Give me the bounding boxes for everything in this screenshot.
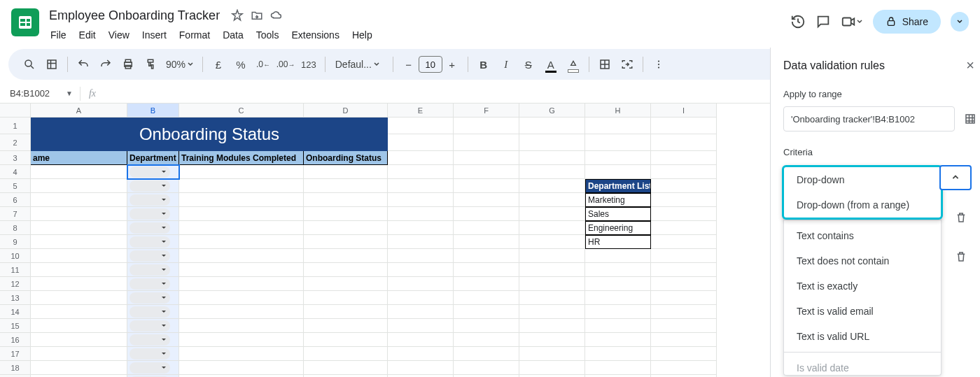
row-header-13[interactable]: 13 (0, 291, 31, 305)
cell[interactable] (127, 319, 179, 333)
cell[interactable] (179, 165, 304, 179)
cell[interactable] (179, 179, 304, 193)
cell[interactable] (388, 118, 454, 134)
cell[interactable] (304, 347, 388, 361)
cell[interactable] (519, 118, 585, 134)
dec-decrease-icon[interactable]: .0← (253, 55, 273, 74)
paint-format-icon[interactable] (141, 55, 160, 74)
select-all-corner[interactable] (0, 104, 31, 118)
cell[interactable] (388, 193, 454, 207)
cell[interactable] (519, 221, 585, 235)
cell[interactable] (388, 277, 454, 291)
cell[interactable] (454, 347, 519, 361)
fontsize-input[interactable]: 10 (419, 56, 442, 73)
criteria-option-dropdown-range[interactable]: Drop-down (from a range) (784, 192, 941, 218)
row-header-7[interactable]: 7 (0, 207, 31, 221)
cell[interactable] (31, 249, 127, 263)
italic-button[interactable]: I (496, 55, 516, 74)
criteria-option[interactable]: Text is valid email (784, 299, 941, 324)
cell[interactable] (31, 179, 127, 193)
cell[interactable] (585, 118, 651, 134)
cell[interactable] (651, 263, 717, 277)
col-header-H[interactable]: H (585, 104, 651, 118)
menu-view[interactable]: View (103, 27, 135, 43)
cell[interactable] (585, 305, 651, 319)
cell[interactable] (31, 207, 127, 221)
cell[interactable] (388, 249, 454, 263)
history-icon[interactable] (790, 14, 806, 29)
criteria-option[interactable]: Text does not contain (784, 248, 941, 273)
cell[interactable] (585, 134, 651, 151)
redo-icon[interactable] (96, 55, 115, 74)
fx-icon[interactable]: fx (83, 88, 102, 99)
numfmt-button[interactable]: 123 (298, 55, 319, 74)
cell[interactable] (31, 319, 127, 333)
row-header-14[interactable]: 14 (0, 305, 31, 319)
share-caret[interactable] (951, 12, 969, 31)
col-header-B[interactable]: B (127, 104, 179, 118)
cell[interactable] (127, 305, 179, 319)
doc-title[interactable]: Employee Onboarding Tracker (45, 7, 224, 24)
cell[interactable] (651, 361, 717, 375)
criteria-option-cutoff[interactable]: Is valid date (784, 355, 941, 375)
dept-list-item[interactable]: HR (585, 235, 651, 249)
cloud-icon[interactable] (270, 9, 283, 22)
menu-data[interactable]: Data (217, 27, 249, 43)
cell[interactable] (519, 291, 585, 305)
cell[interactable] (179, 291, 304, 305)
cell[interactable] (388, 221, 454, 235)
cell[interactable] (388, 291, 454, 305)
font-select[interactable]: Defaul... (331, 59, 387, 70)
cell[interactable] (304, 305, 388, 319)
dept-list-item[interactable]: Marketing (585, 193, 651, 207)
cell[interactable] (388, 347, 454, 361)
menu-insert[interactable]: Insert (136, 27, 172, 43)
print-icon[interactable] (118, 55, 138, 74)
cell[interactable] (454, 361, 519, 375)
dept-list-item[interactable]: Sales (585, 207, 651, 221)
cell[interactable] (651, 118, 717, 134)
row-header-9[interactable]: 9 (0, 235, 31, 249)
cell[interactable] (454, 235, 519, 249)
cell[interactable] (127, 179, 179, 193)
cell[interactable] (31, 277, 127, 291)
cell[interactable] (127, 235, 179, 249)
dropdown-chip[interactable] (130, 362, 170, 374)
cell[interactable] (651, 221, 717, 235)
cell[interactable] (585, 319, 651, 333)
cell[interactable] (304, 333, 388, 347)
cell[interactable] (127, 263, 179, 277)
col-header-A[interactable]: A (31, 104, 127, 118)
more-icon[interactable] (649, 55, 668, 74)
criteria-option[interactable]: Text is valid URL (784, 324, 941, 349)
cell[interactable] (454, 263, 519, 277)
cell[interactable] (388, 361, 454, 375)
cell[interactable] (127, 291, 179, 305)
cell[interactable] (585, 165, 651, 179)
search-icon[interactable] (20, 55, 39, 74)
dropdown-chip[interactable] (130, 166, 170, 178)
cell[interactable] (651, 277, 717, 291)
row-header-12[interactable]: 12 (0, 277, 31, 291)
row-header-8[interactable]: 8 (0, 221, 31, 235)
dropdown-chip[interactable] (130, 250, 170, 262)
cell[interactable]: Training Modules Completed (179, 151, 304, 165)
row-header-1[interactable]: 1 (0, 118, 31, 134)
cell[interactable] (179, 347, 304, 361)
cell[interactable] (519, 305, 585, 319)
star-icon[interactable] (231, 9, 244, 22)
select-range-icon[interactable] (960, 109, 980, 129)
name-box[interactable]: B4:B1002 (7, 87, 62, 100)
cell[interactable] (519, 165, 585, 179)
percent-icon[interactable]: % (231, 55, 251, 74)
dept-list-header[interactable]: Department List (585, 179, 651, 193)
fontsize-minus[interactable]: − (399, 55, 419, 74)
cell[interactable]: Onboarding Status (304, 151, 388, 165)
cell[interactable]: Department (127, 151, 179, 165)
criteria-select-caret[interactable] (939, 165, 972, 190)
cell[interactable] (127, 277, 179, 291)
row-header-2[interactable]: 2 (0, 134, 31, 151)
cell[interactable] (585, 151, 651, 165)
cell[interactable] (179, 249, 304, 263)
cell[interactable] (651, 165, 717, 179)
